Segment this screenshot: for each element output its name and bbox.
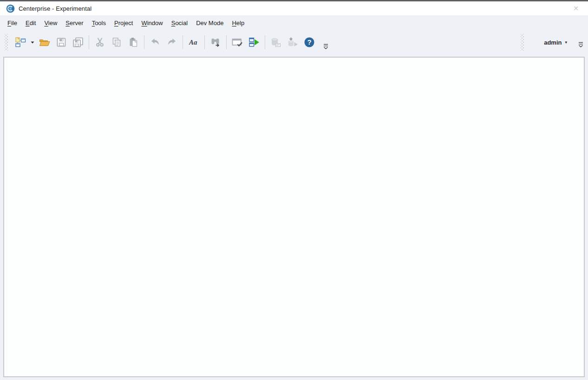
close-button[interactable]: ✕ <box>571 4 581 13</box>
user-menu-button[interactable]: admin ▾ <box>541 37 570 48</box>
undo-button[interactable] <box>147 34 163 51</box>
toolbar-overflow-button[interactable] <box>322 43 329 52</box>
database-job-icon <box>270 37 282 48</box>
menu-item-project[interactable]: Project <box>110 16 137 30</box>
menu-item-window[interactable]: Window <box>137 16 167 30</box>
toolbar-right-cluster: admin ▾ <box>521 34 584 51</box>
menu-item-view[interactable]: View <box>40 16 61 30</box>
paste-button[interactable] <box>125 34 142 51</box>
undo-icon <box>150 37 161 48</box>
help-icon: ? <box>304 37 315 48</box>
toolbar-overflow-icon <box>323 44 328 51</box>
deploy-run-button[interactable] <box>284 34 301 51</box>
toolbar-grip-handle[interactable] <box>5 34 8 51</box>
menu-item-dev-mode[interactable]: Dev Mode <box>192 16 228 30</box>
document-workspace[interactable] <box>3 57 585 377</box>
open-folder-icon <box>39 37 51 48</box>
menu-item-file[interactable]: File <box>3 16 21 30</box>
svg-text:Aa: Aa <box>189 39 197 46</box>
open-folder-button[interactable] <box>36 34 53 51</box>
svg-text:?: ? <box>307 38 311 46</box>
window-title: Centerprise - Experimental <box>19 5 91 12</box>
save-button[interactable] <box>53 34 70 51</box>
toolbar-overflow-icon <box>578 42 583 49</box>
cut-icon <box>94 37 105 48</box>
deploy-run-icon <box>287 37 299 48</box>
database-job-button[interactable] <box>268 34 284 51</box>
font-icon: Aa <box>188 37 199 48</box>
menu-item-edit[interactable]: Edit <box>21 16 40 30</box>
menubar: FileEditViewServerToolsProjectWindowSoci… <box>0 15 588 31</box>
font-button[interactable]: Aa <box>185 34 202 51</box>
save-icon <box>56 37 67 48</box>
app-logo-icon <box>6 4 15 13</box>
help-button[interactable]: ? <box>301 34 318 51</box>
copy-button[interactable] <box>108 34 125 51</box>
caret-down-button[interactable] <box>29 34 36 51</box>
run-flow-icon <box>248 37 260 48</box>
menu-item-social[interactable]: Social <box>167 16 192 30</box>
user-toolbar-grip-handle[interactable] <box>521 34 524 51</box>
cut-button[interactable] <box>91 34 108 51</box>
paste-icon <box>128 37 139 48</box>
menu-item-tools[interactable]: Tools <box>88 16 110 30</box>
menu-item-help[interactable]: Help <box>228 16 248 30</box>
user-menu-label: admin <box>544 39 562 46</box>
toolbar-buttons: Aa ? <box>12 34 318 51</box>
toolbar-separator <box>183 35 183 49</box>
toolbar-separator <box>226 35 227 49</box>
toolbar-separator <box>144 35 144 49</box>
save-all-icon <box>72 37 84 48</box>
verify-window-button[interactable] <box>229 34 246 51</box>
user-toolbar-overflow-button[interactable] <box>577 41 584 50</box>
new-flow-button[interactable] <box>12 34 29 51</box>
run-flow-button[interactable] <box>246 34 262 51</box>
titlebar: Centerprise - Experimental ✕ <box>0 1 588 15</box>
caret-down-icon: ▾ <box>565 40 567 45</box>
save-all-button[interactable] <box>70 34 86 51</box>
verify-window-icon <box>231 37 243 48</box>
caret-down-icon <box>30 40 35 45</box>
toolbar-separator <box>89 35 89 49</box>
toolbar: Aa ? <box>0 31 588 57</box>
redo-button[interactable] <box>163 34 180 51</box>
menu-item-server[interactable]: Server <box>61 16 87 30</box>
copy-icon <box>111 37 122 48</box>
find-icon <box>210 37 221 48</box>
redo-icon <box>166 37 177 48</box>
toolbar-separator <box>204 35 205 49</box>
toolbar-separator <box>265 35 265 49</box>
new-flow-icon <box>15 37 26 48</box>
find-button[interactable] <box>207 34 224 51</box>
